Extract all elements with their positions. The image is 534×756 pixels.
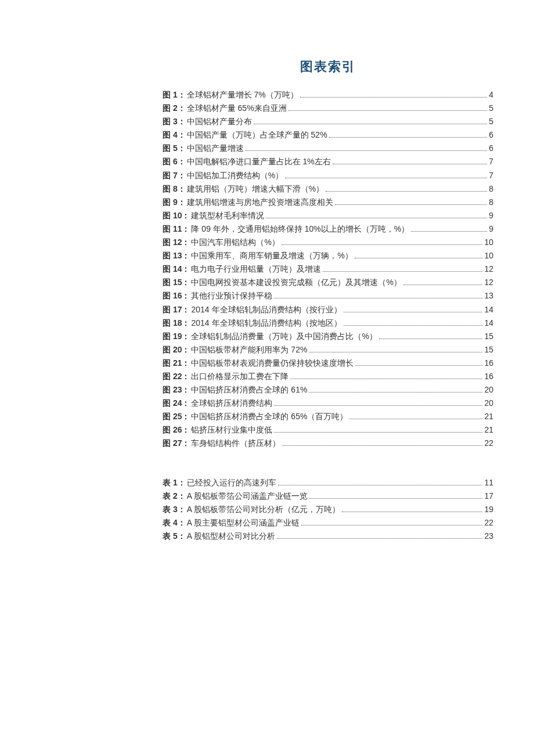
toc-entry-page: 11 <box>484 476 493 489</box>
toc-entry-label: 表 2： <box>163 489 186 503</box>
toc-leader <box>329 131 488 138</box>
toc-entry[interactable]: 图 12：中国汽车用铝结构（%）10 <box>163 236 493 249</box>
toc-entry-text: 中国铝板带材表观消费量仍保持较快速度增长 <box>191 357 353 370</box>
toc-entry-text: 中国汽车用铝结构（%） <box>191 236 279 249</box>
toc-entry-page: 15 <box>484 330 493 343</box>
toc-entry-text: 电力电子行业用铝量（万吨）及增速 <box>191 262 321 276</box>
toc-entry-label: 图 3： <box>163 115 186 128</box>
toc-leader <box>278 478 483 485</box>
toc-leader <box>274 426 482 433</box>
toc-entry[interactable]: 图 13：中国乘用车、商用车销量及增速（万辆，%）10 <box>163 249 493 262</box>
toc-leader <box>288 104 488 111</box>
toc-entry-text: 全球铝材产量增长 7%（万吨） <box>187 88 298 102</box>
toc-entry-text: 建筑型材毛利率情况 <box>191 209 264 222</box>
toc-leader <box>344 305 483 312</box>
toc-entry-label: 图 25： <box>163 410 190 423</box>
toc-entry-text: 全球铝材产量 65%来自亚洲 <box>187 102 287 115</box>
toc-entry-label: 图 11： <box>163 222 190 236</box>
toc-entry-page: 14 <box>484 303 493 316</box>
toc-entry-label: 图 5： <box>163 142 186 155</box>
toc-entry-page: 12 <box>484 262 493 276</box>
toc-entry-text: A 股主要铝型材公司涵盖产业链 <box>187 516 300 530</box>
toc-entry-text: A 股铝板带箔公司涵盖产业链一览 <box>187 489 308 503</box>
figures-toc: 图 1：全球铝材产量增长 7%（万吨）4图 2：全球铝材产量 65%来自亚洲5图… <box>163 88 493 451</box>
toc-entry[interactable]: 图 19：全球铝轧制品消费量（万吨）及中国消费占比（%）15 <box>163 330 493 343</box>
toc-entry[interactable]: 表 2：A 股铝板带箔公司涵盖产业链一览17 <box>163 489 493 503</box>
toc-entry-text: 建筑用铝（万吨）增速大幅下滑（%） <box>187 182 324 196</box>
toc-entry[interactable]: 图 25：中国铝挤压材消费占全球的 65%（百万吨）21 <box>163 410 493 423</box>
toc-entry[interactable]: 图 8：建筑用铝（万吨）增速大幅下滑（%）8 <box>163 182 493 196</box>
toc-entry[interactable]: 图 27：车身铝结构件（挤压材）22 <box>163 437 493 450</box>
toc-entry-page: 9 <box>489 222 493 236</box>
toc-entry-page: 21 <box>484 423 493 437</box>
toc-entry-label: 图 8： <box>163 182 186 196</box>
toc-entry-label: 图 18： <box>163 316 190 330</box>
toc-entry[interactable]: 图 9：建筑用铝增速与房地产投资增速高度相关8 <box>163 196 493 209</box>
toc-entry-text: 车身铝结构件（挤压材） <box>191 437 280 450</box>
toc-entry-page: 6 <box>489 128 493 142</box>
toc-entry-label: 图 19： <box>163 330 190 343</box>
toc-leader <box>349 412 482 419</box>
toc-entry-text: 中国电解铝净进口量产量占比在 1%左右 <box>187 155 331 168</box>
toc-entry[interactable]: 图 21：中国铝板带材表观消费量仍保持较快速度增长16 <box>163 357 493 370</box>
toc-entry-text: 出口价格显示加工费在下降 <box>191 370 288 383</box>
toc-entry-label: 图 4： <box>163 128 186 142</box>
toc-entry-label: 图 15： <box>163 276 190 289</box>
toc-entry[interactable]: 图 7：中国铝加工消费结构（%）7 <box>163 169 493 182</box>
toc-entry-label: 图 23： <box>163 383 190 397</box>
document-page: 图表索引 图 1：全球铝材产量增长 7%（万吨）4图 2：全球铝材产量 65%来… <box>0 0 534 756</box>
toc-entry[interactable]: 图 14：电力电子行业用铝量（万吨）及增速12 <box>163 262 493 276</box>
toc-entry-text: 2014 年全球铝轧制品消费结构（按行业） <box>191 303 341 316</box>
toc-entry-text: A 股铝型材公司对比分析 <box>187 530 275 543</box>
toc-entry-label: 图 13： <box>163 249 190 262</box>
toc-entry[interactable]: 图 6：中国电解铝净进口量产量占比在 1%左右7 <box>163 155 493 168</box>
toc-leader <box>266 211 487 218</box>
toc-entry[interactable]: 图 20：中国铝板带材产能利用率为 72%15 <box>163 343 493 357</box>
toc-entry[interactable]: 表 5：A 股铝型材公司对比分析23 <box>163 530 493 543</box>
toc-entry[interactable]: 图 16：其他行业预计保持平稳13 <box>163 289 493 303</box>
toc-leader <box>379 332 483 339</box>
toc-entry-page: 6 <box>489 142 493 155</box>
toc-entry-text: 已经投入运行的高速列车 <box>187 476 276 489</box>
toc-entry-label: 图 26： <box>163 423 190 437</box>
toc-entry[interactable]: 图 4：中国铝产量（万吨）占全球产量的 52%6 <box>163 128 493 142</box>
page-title: 图表索引 <box>163 58 493 75</box>
toc-entry-page: 20 <box>484 397 493 410</box>
toc-entry[interactable]: 图 1：全球铝材产量增长 7%（万吨）4 <box>163 88 493 102</box>
toc-entry-label: 图 17： <box>163 303 190 316</box>
toc-leader <box>277 532 482 539</box>
toc-entry-page: 10 <box>484 236 493 249</box>
toc-leader <box>342 505 482 512</box>
toc-entry[interactable]: 表 1：已经投入运行的高速列车11 <box>163 476 493 489</box>
toc-entry[interactable]: 图 15：中国电网投资基本建设投资完成额（亿元）及其增速（%）12 <box>163 276 493 289</box>
toc-entry[interactable]: 图 24：全球铝挤压材消费结构20 <box>163 397 493 410</box>
toc-entry[interactable]: 图 11：降 09 年外，交通用铝始终保持 10%以上的增长（万吨，%）9 <box>163 222 493 236</box>
toc-entry[interactable]: 图 5：中国铝产量增速6 <box>163 142 493 155</box>
toc-entry[interactable]: 图 22：出口价格显示加工费在下降16 <box>163 370 493 383</box>
toc-entry-page: 16 <box>484 370 493 383</box>
toc-entry-label: 图 27： <box>163 437 190 450</box>
toc-entry[interactable]: 表 3：A 股铝板带箔公司对比分析（亿元，万吨）19 <box>163 503 493 516</box>
toc-entry[interactable]: 图 10：建筑型材毛利率情况9 <box>163 209 493 222</box>
toc-entry[interactable]: 图 18：2014 年全球铝轧制品消费结构（按地区）14 <box>163 316 493 330</box>
toc-entry-text: 2014 年全球铝轧制品消费结构（按地区） <box>191 316 341 330</box>
toc-entry-page: 9 <box>489 209 493 222</box>
toc-entry[interactable]: 表 4：A 股主要铝型材公司涵盖产业链22 <box>163 516 493 530</box>
toc-entry-page: 16 <box>484 357 493 370</box>
toc-entry[interactable]: 图 17：2014 年全球铝轧制品消费结构（按行业）14 <box>163 303 493 316</box>
toc-entry-text: 建筑用铝增速与房地产投资增速高度相关 <box>187 196 333 209</box>
toc-entry[interactable]: 图 2：全球铝材产量 65%来自亚洲5 <box>163 102 493 115</box>
toc-entry-text: 全球铝挤压材消费结构 <box>191 397 272 410</box>
toc-entry-label: 图 2： <box>163 102 186 115</box>
toc-entry-page: 20 <box>484 383 493 397</box>
toc-entry[interactable]: 图 23：中国铝挤压材消费占全球的 61%20 <box>163 383 493 397</box>
toc-entry[interactable]: 图 26：铝挤压材行业集中度低21 <box>163 423 493 437</box>
toc-leader <box>301 519 482 525</box>
toc-entry-label: 图 21： <box>163 357 190 370</box>
toc-entry-label: 表 4： <box>163 516 186 530</box>
toc-entry-label: 图 1： <box>163 88 186 102</box>
toc-leader <box>300 91 487 98</box>
toc-leader <box>282 238 483 245</box>
toc-entry-text: 中国电网投资基本建设投资完成额（亿元）及其增速（%） <box>191 276 401 289</box>
toc-entry[interactable]: 图 3：中国铝材产量分布5 <box>163 115 493 128</box>
